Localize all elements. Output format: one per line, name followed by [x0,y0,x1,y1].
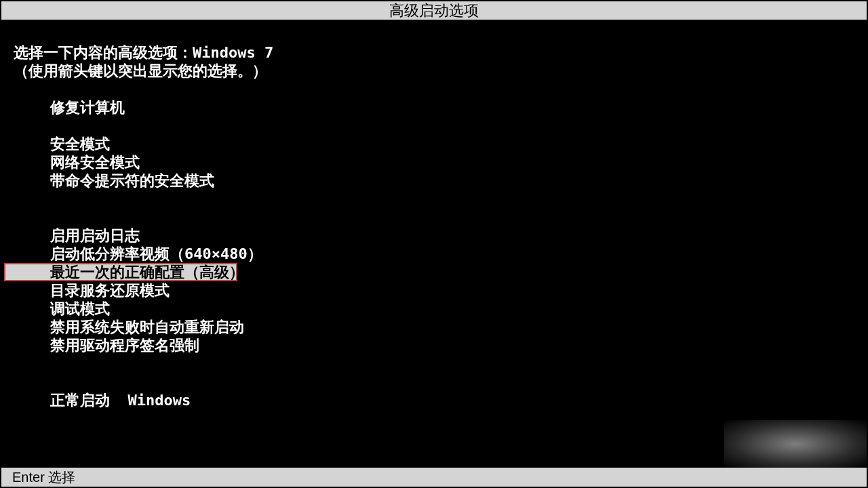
menu-low-res-video[interactable]: 启动低分辨率视频（640×480） [1,245,867,263]
menu-enable-boot-logging[interactable]: 启用启动日志 [1,226,867,245]
menu-disable-auto-restart[interactable]: 禁用系统失败时自动重新启动 [1,318,867,336]
window-title: 高级启动选项 [1,1,867,20]
spacer [1,190,867,208]
menu-last-known-good-config[interactable]: 最近一次的正确配置（高级） [1,263,867,281]
decorative-smudge [724,420,867,468]
spacer [1,117,867,135]
menu-directory-services-restore[interactable]: 目录服务还原模式 [1,281,867,300]
menu-debugging-mode[interactable]: 调试模式 [1,300,867,318]
spacer [1,373,867,391]
header-line-2: （使用箭头键以突出显示您的选择。） [1,62,867,80]
boot-options-window: 高级启动选项 选择一下内容的高级选项：Windows 7 （使用箭头键以突出显示… [0,0,868,488]
footer-hint: Enter 选择 [1,468,867,487]
menu-repair-computer[interactable]: 修复计算机 [1,98,867,117]
spacer [1,80,867,98]
menu-safe-mode[interactable]: 安全模式 [1,135,867,153]
menu-disable-driver-sig[interactable]: 禁用驱动程序签名强制 [1,336,867,354]
spacer [1,354,867,373]
header-line-1: 选择一下内容的高级选项：Windows 7 [1,43,867,62]
boot-menu-content: 选择一下内容的高级选项：Windows 7 （使用箭头键以突出显示您的选择。） … [1,20,867,468]
menu-safe-mode-command[interactable]: 带命令提示符的安全模式 [1,171,867,190]
menu-safe-mode-networking[interactable]: 网络安全模式 [1,153,867,171]
menu-item-label: 最近一次的正确配置（高级） [1,263,867,281]
menu-start-windows-normally[interactable]: 正常启动 Windows [1,391,867,409]
spacer [1,208,867,226]
